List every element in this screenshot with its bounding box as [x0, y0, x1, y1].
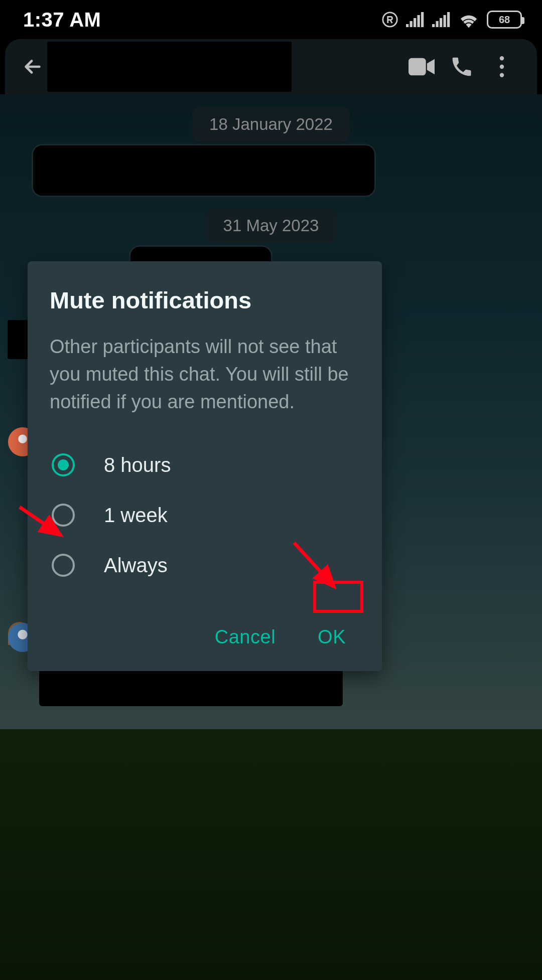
svg-rect-4: [418, 15, 420, 27]
wifi-icon: [458, 11, 480, 28]
dialog-title: Mute notifications: [50, 286, 360, 314]
more-menu-button[interactable]: [482, 56, 522, 77]
message-redacted[interactable]: [33, 145, 374, 196]
svg-rect-7: [436, 21, 439, 27]
signal-1-icon: [405, 12, 425, 27]
battery-icon: 68: [487, 11, 522, 29]
status-time: 1:37 AM: [23, 9, 101, 31]
svg-rect-11: [409, 58, 426, 76]
svg-rect-6: [432, 24, 435, 27]
signal-2-icon: [432, 12, 451, 27]
phone-icon: [451, 56, 473, 78]
back-button[interactable]: [20, 54, 45, 79]
radio-selected-icon: [52, 453, 75, 476]
option-label: 1 week: [104, 504, 168, 527]
option-label: Always: [104, 554, 168, 577]
option-label: 8 hours: [104, 454, 171, 476]
svg-rect-10: [447, 12, 450, 27]
dialog-actions: Cancel OK: [50, 620, 360, 654]
option-8-hours[interactable]: 8 hours: [50, 440, 360, 490]
arrow-left-icon: [21, 55, 44, 78]
message-redacted: [8, 320, 29, 359]
svg-rect-8: [440, 18, 442, 27]
battery-level: 68: [499, 14, 510, 26]
status-bar: 1:37 AM 68: [0, 0, 542, 39]
svg-line-15: [20, 507, 61, 535]
svg-point-14: [500, 73, 504, 77]
svg-point-12: [500, 56, 504, 60]
status-icons: 68: [381, 11, 522, 29]
video-call-button[interactable]: [401, 57, 442, 77]
chat-header: [5, 39, 537, 94]
option-1-week[interactable]: 1 week: [50, 490, 360, 540]
more-vert-icon: [499, 56, 504, 77]
svg-rect-9: [444, 15, 446, 27]
date-separator: 18 January 2022: [192, 107, 350, 142]
svg-point-13: [500, 65, 504, 69]
annotation-arrow: [18, 504, 68, 544]
annotation-highlight: [313, 581, 363, 613]
date-separator: 31 May 2023: [206, 208, 336, 243]
video-icon: [409, 57, 435, 77]
dialog-body: Other participants will not see that you…: [50, 333, 360, 416]
svg-rect-5: [421, 12, 424, 27]
svg-rect-1: [406, 24, 409, 27]
svg-line-16: [294, 543, 334, 587]
cancel-button[interactable]: Cancel: [204, 620, 287, 654]
radio-unselected-icon: [52, 554, 75, 577]
svg-rect-3: [414, 18, 416, 27]
registered-icon: [381, 11, 398, 28]
ok-button[interactable]: OK: [307, 620, 357, 654]
svg-rect-2: [410, 21, 413, 27]
contact-name-redacted[interactable]: [47, 42, 292, 92]
voice-call-button[interactable]: [442, 56, 482, 78]
